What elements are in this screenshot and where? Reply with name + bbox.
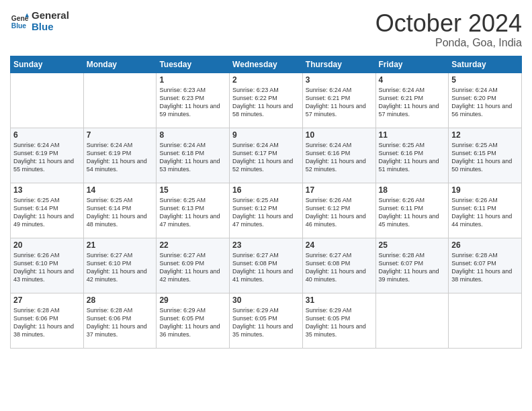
cell-info: Sunrise: 6:24 AM Sunset: 6:20 PM Dayligh…	[451, 86, 519, 119]
day-number: 27	[13, 295, 81, 305]
day-number: 30	[232, 295, 300, 305]
header-monday: Monday	[83, 56, 157, 73]
title-block: October 2024 Ponda, Goa, India	[375, 10, 522, 49]
cell-info: Sunrise: 6:27 AM Sunset: 6:08 PM Dayligh…	[232, 251, 300, 284]
daylight: Daylight: 11 hours and 47 minutes.	[159, 212, 226, 228]
calendar-cell: 23 Sunrise: 6:27 AM Sunset: 6:08 PM Dayl…	[230, 238, 303, 293]
logo-line1: General	[32, 10, 69, 21]
cell-info: Sunrise: 6:28 AM Sunset: 6:07 PM Dayligh…	[379, 251, 446, 284]
daylight: Daylight: 11 hours and 52 minutes.	[232, 157, 300, 173]
daylight: Daylight: 11 hours and 50 minutes.	[451, 157, 519, 173]
cell-info: Sunrise: 6:25 AM Sunset: 6:14 PM Dayligh…	[13, 196, 81, 229]
sunrise: Sunrise: 6:24 AM	[13, 141, 81, 149]
sunset: Sunset: 6:19 PM	[87, 149, 154, 157]
calendar-cell: 24 Sunrise: 6:27 AM Sunset: 6:08 PM Dayl…	[302, 238, 375, 293]
sunrise: Sunrise: 6:23 AM	[232, 86, 300, 94]
calendar-cell: 17 Sunrise: 6:26 AM Sunset: 6:12 PM Dayl…	[302, 183, 375, 238]
sunset: Sunset: 6:23 PM	[159, 94, 226, 102]
sunrise: Sunrise: 6:25 AM	[232, 196, 300, 204]
daylight: Daylight: 11 hours and 42 minutes.	[159, 267, 226, 283]
calendar-header-row: SundayMondayTuesdayWednesdayThursdayFrid…	[11, 56, 522, 73]
calendar-cell	[449, 293, 522, 348]
cell-info: Sunrise: 6:26 AM Sunset: 6:11 PM Dayligh…	[451, 196, 519, 229]
day-number: 13	[13, 185, 81, 195]
sunset: Sunset: 6:10 PM	[13, 259, 81, 267]
cell-info: Sunrise: 6:25 AM Sunset: 6:14 PM Dayligh…	[87, 196, 154, 229]
sunrise: Sunrise: 6:24 AM	[87, 141, 154, 149]
calendar-table: SundayMondayTuesdayWednesdayThursdayFrid…	[10, 56, 522, 349]
day-number: 10	[306, 130, 373, 140]
calendar-cell: 12 Sunrise: 6:25 AM Sunset: 6:15 PM Dayl…	[449, 128, 522, 183]
sunrise: Sunrise: 6:24 AM	[306, 86, 373, 94]
calendar-cell: 21 Sunrise: 6:27 AM Sunset: 6:10 PM Dayl…	[83, 238, 157, 293]
day-number: 15	[159, 185, 226, 195]
calendar-week-3: 20 Sunrise: 6:26 AM Sunset: 6:10 PM Dayl…	[11, 238, 522, 293]
day-number: 18	[379, 185, 446, 195]
day-number: 28	[87, 295, 154, 305]
calendar-cell	[11, 73, 84, 128]
day-number: 14	[87, 185, 154, 195]
calendar-cell: 18 Sunrise: 6:26 AM Sunset: 6:11 PM Dayl…	[375, 183, 449, 238]
sunset: Sunset: 6:10 PM	[87, 259, 154, 267]
calendar-cell: 13 Sunrise: 6:25 AM Sunset: 6:14 PM Dayl…	[11, 183, 84, 238]
sunrise: Sunrise: 6:24 AM	[451, 86, 519, 94]
calendar-cell: 26 Sunrise: 6:28 AM Sunset: 6:07 PM Dayl…	[449, 238, 522, 293]
sunrise: Sunrise: 6:28 AM	[451, 251, 519, 259]
calendar-cell: 20 Sunrise: 6:26 AM Sunset: 6:10 PM Dayl…	[11, 238, 84, 293]
cell-info: Sunrise: 6:25 AM Sunset: 6:13 PM Dayligh…	[159, 196, 226, 229]
cell-info: Sunrise: 6:24 AM Sunset: 6:21 PM Dayligh…	[306, 86, 373, 119]
cell-info: Sunrise: 6:28 AM Sunset: 6:06 PM Dayligh…	[87, 306, 154, 339]
sunrise: Sunrise: 6:26 AM	[379, 196, 446, 204]
sunset: Sunset: 6:12 PM	[306, 204, 373, 212]
page: General Blue General Blue October 2024 P…	[0, 0, 532, 411]
day-number: 20	[13, 240, 81, 250]
calendar-week-0: 1 Sunrise: 6:23 AM Sunset: 6:23 PM Dayli…	[11, 73, 522, 128]
calendar-cell: 28 Sunrise: 6:28 AM Sunset: 6:06 PM Dayl…	[83, 293, 157, 348]
sunset: Sunset: 6:05 PM	[306, 314, 373, 322]
cell-info: Sunrise: 6:27 AM Sunset: 6:10 PM Dayligh…	[87, 251, 154, 284]
header-tuesday: Tuesday	[157, 56, 230, 73]
day-number: 23	[232, 240, 300, 250]
calendar-cell	[375, 293, 449, 348]
day-number: 17	[306, 185, 373, 195]
cell-info: Sunrise: 6:28 AM Sunset: 6:07 PM Dayligh…	[451, 251, 519, 284]
calendar-cell: 8 Sunrise: 6:24 AM Sunset: 6:18 PM Dayli…	[157, 128, 230, 183]
cell-info: Sunrise: 6:23 AM Sunset: 6:22 PM Dayligh…	[232, 86, 300, 119]
calendar-cell: 19 Sunrise: 6:26 AM Sunset: 6:11 PM Dayl…	[449, 183, 522, 238]
day-number: 21	[87, 240, 154, 250]
daylight: Daylight: 11 hours and 49 minutes.	[13, 212, 81, 228]
day-number: 22	[159, 240, 226, 250]
day-number: 29	[159, 295, 226, 305]
sunset: Sunset: 6:14 PM	[13, 204, 81, 212]
cell-info: Sunrise: 6:28 AM Sunset: 6:06 PM Dayligh…	[13, 306, 81, 339]
calendar-cell: 22 Sunrise: 6:27 AM Sunset: 6:09 PM Dayl…	[157, 238, 230, 293]
sunset: Sunset: 6:08 PM	[232, 259, 300, 267]
daylight: Daylight: 11 hours and 55 minutes.	[13, 157, 81, 173]
calendar-cell: 14 Sunrise: 6:25 AM Sunset: 6:14 PM Dayl…	[83, 183, 157, 238]
cell-info: Sunrise: 6:24 AM Sunset: 6:18 PM Dayligh…	[159, 141, 226, 174]
sunrise: Sunrise: 6:27 AM	[306, 251, 373, 259]
month-title: October 2024	[375, 10, 522, 37]
calendar-cell: 27 Sunrise: 6:28 AM Sunset: 6:06 PM Dayl…	[11, 293, 84, 348]
cell-info: Sunrise: 6:29 AM Sunset: 6:05 PM Dayligh…	[306, 306, 373, 339]
sunset: Sunset: 6:05 PM	[159, 314, 226, 322]
daylight: Daylight: 11 hours and 46 minutes.	[306, 212, 373, 228]
calendar-week-4: 27 Sunrise: 6:28 AM Sunset: 6:06 PM Dayl…	[11, 293, 522, 348]
cell-info: Sunrise: 6:29 AM Sunset: 6:05 PM Dayligh…	[159, 306, 226, 339]
header: General Blue General Blue October 2024 P…	[10, 10, 522, 49]
calendar-cell: 31 Sunrise: 6:29 AM Sunset: 6:05 PM Dayl…	[302, 293, 375, 348]
sunset: Sunset: 6:16 PM	[379, 149, 446, 157]
header-sunday: Sunday	[11, 56, 84, 73]
cell-info: Sunrise: 6:29 AM Sunset: 6:05 PM Dayligh…	[232, 306, 300, 339]
cell-info: Sunrise: 6:26 AM Sunset: 6:11 PM Dayligh…	[379, 196, 446, 229]
calendar-cell: 25 Sunrise: 6:28 AM Sunset: 6:07 PM Dayl…	[375, 238, 449, 293]
daylight: Daylight: 11 hours and 38 minutes.	[13, 322, 81, 338]
svg-text:Blue: Blue	[11, 22, 27, 30]
calendar-week-1: 6 Sunrise: 6:24 AM Sunset: 6:19 PM Dayli…	[11, 128, 522, 183]
day-number: 5	[451, 75, 519, 85]
day-number: 26	[451, 240, 519, 250]
sunset: Sunset: 6:16 PM	[306, 149, 373, 157]
calendar-cell: 6 Sunrise: 6:24 AM Sunset: 6:19 PM Dayli…	[11, 128, 84, 183]
day-number: 19	[451, 185, 519, 195]
calendar-cell: 15 Sunrise: 6:25 AM Sunset: 6:13 PM Dayl…	[157, 183, 230, 238]
